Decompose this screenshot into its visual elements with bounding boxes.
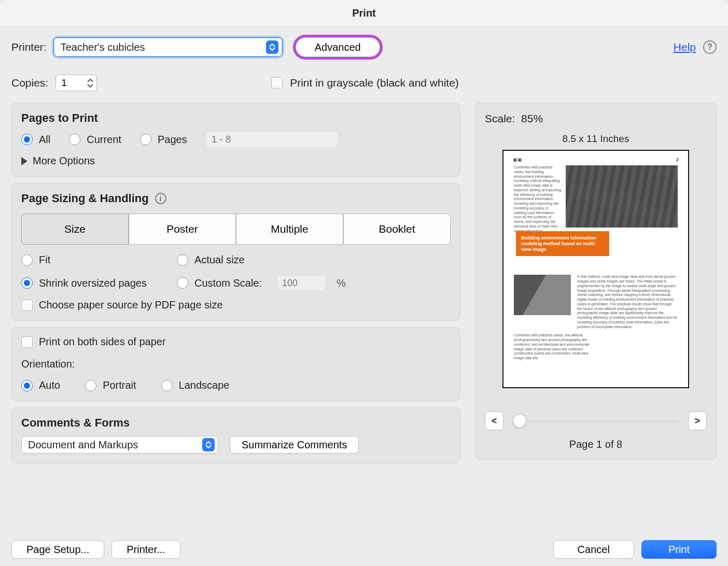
more-options-disclosure[interactable]: More Options xyxy=(21,155,451,167)
select-arrows-icon xyxy=(266,40,278,54)
percent-label: % xyxy=(337,277,346,289)
cancel-button[interactable]: Cancel xyxy=(553,540,634,559)
page-sizing-panel: Page Sizing & Handling i Size Poster Mul… xyxy=(11,183,460,321)
custom-scale-label: Custom Scale: xyxy=(194,277,262,289)
actual-size-label: Actual size xyxy=(194,254,245,266)
slider-thumb[interactable] xyxy=(513,414,526,428)
pages-current-label: Current xyxy=(87,134,121,146)
tab-multiple[interactable]: Multiple xyxy=(236,214,343,245)
pages-current-radio[interactable] xyxy=(69,134,80,145)
orientation-landscape-label: Landscape xyxy=(179,379,230,391)
pages-all-radio[interactable] xyxy=(21,134,33,145)
pages-to-print-panel: Pages to Print All Current Pages More Op… xyxy=(11,103,460,177)
pages-range-label: Pages xyxy=(158,134,187,146)
scale-value: 85% xyxy=(521,112,543,124)
scale-label: Scale: xyxy=(485,112,515,124)
fit-radio[interactable] xyxy=(21,254,33,266)
copies-label: Copies: xyxy=(11,77,48,89)
orientation-auto-label: Auto xyxy=(39,379,60,391)
preview-prev-button[interactable]: < xyxy=(485,412,503,430)
info-icon[interactable]: i xyxy=(155,193,166,204)
custom-scale-input[interactable] xyxy=(277,275,326,291)
printer-select-value: Teacher's cubicles xyxy=(61,41,145,53)
orientation-auto-radio[interactable] xyxy=(21,380,33,391)
shrink-label: Shrink oversized pages xyxy=(39,277,147,289)
pages-to-print-title: Pages to Print xyxy=(21,111,451,125)
custom-scale-radio[interactable] xyxy=(177,277,188,289)
summarize-comments-button[interactable]: Summarize Comments xyxy=(230,436,359,454)
orientation-portrait-radio[interactable] xyxy=(85,380,96,391)
fit-label: Fit xyxy=(39,254,50,266)
page-preview-thumbnail: ▣▣ 2 Combined with practical cases, the … xyxy=(502,150,689,388)
help-icon[interactable]: ? xyxy=(703,40,717,54)
pages-range-radio[interactable] xyxy=(140,134,151,145)
printer-select[interactable]: Teacher's cubicles xyxy=(54,38,282,56)
dialog-title: Print xyxy=(0,0,728,27)
pages-all-label: All xyxy=(39,134,50,146)
preview-slider[interactable] xyxy=(513,419,679,422)
more-options-label: More Options xyxy=(33,155,95,167)
orientation-landscape-radio[interactable] xyxy=(161,380,173,391)
choose-paper-source-checkbox[interactable] xyxy=(21,300,33,311)
two-sided-panel: Print on both sides of paper Orientation… xyxy=(11,327,460,401)
sizing-tabs: Size Poster Multiple Booklet xyxy=(21,214,451,245)
preview-panel: Scale: 85% 8.5 x 11 Inches ▣▣ 2 Combined… xyxy=(475,103,717,460)
page-setup-button[interactable]: Page Setup... xyxy=(11,540,104,559)
advanced-button[interactable]: Advanced xyxy=(296,37,380,57)
triangle-right-icon xyxy=(21,157,27,165)
shrink-radio[interactable] xyxy=(21,277,33,289)
orientation-portrait-label: Portrait xyxy=(103,379,136,391)
tab-poster[interactable]: Poster xyxy=(129,214,236,245)
select-arrows-icon xyxy=(202,438,215,451)
both-sides-checkbox[interactable] xyxy=(21,336,33,348)
printer-label: Printer: xyxy=(11,41,47,53)
both-sides-label: Print on both sides of paper xyxy=(39,336,166,348)
help-link[interactable]: Help xyxy=(674,41,696,53)
print-dialog: Print Printer: Teacher's cubicles Advanc… xyxy=(0,0,728,566)
tab-size[interactable]: Size xyxy=(21,214,129,245)
printer-settings-button[interactable]: Printer... xyxy=(111,540,180,559)
page-dimensions: 8.5 x 11 Inches xyxy=(485,133,707,145)
grayscale-checkbox[interactable] xyxy=(271,77,283,89)
tab-booklet[interactable]: Booklet xyxy=(343,214,451,245)
preview-next-button[interactable]: > xyxy=(688,412,707,430)
comments-forms-panel: Comments & Forms Document and Markups Su… xyxy=(11,407,460,463)
comments-forms-title: Comments & Forms xyxy=(21,416,451,430)
pages-range-input[interactable] xyxy=(206,131,338,148)
comments-forms-select-value: Document and Markups xyxy=(28,439,138,451)
page-indicator: Page 1 of 8 xyxy=(485,438,707,450)
orientation-label: Orientation: xyxy=(21,358,451,370)
stepper-arrows-icon[interactable] xyxy=(87,76,96,90)
page-sizing-title: Page Sizing & Handling xyxy=(21,192,149,205)
actual-size-radio[interactable] xyxy=(177,254,188,266)
choose-paper-source-label: Choose paper source by PDF page size xyxy=(39,299,223,311)
grayscale-label: Print in grayscale (black and white) xyxy=(290,77,459,89)
print-button[interactable]: Print xyxy=(641,540,717,559)
comments-forms-select[interactable]: Document and Markups xyxy=(21,436,218,454)
